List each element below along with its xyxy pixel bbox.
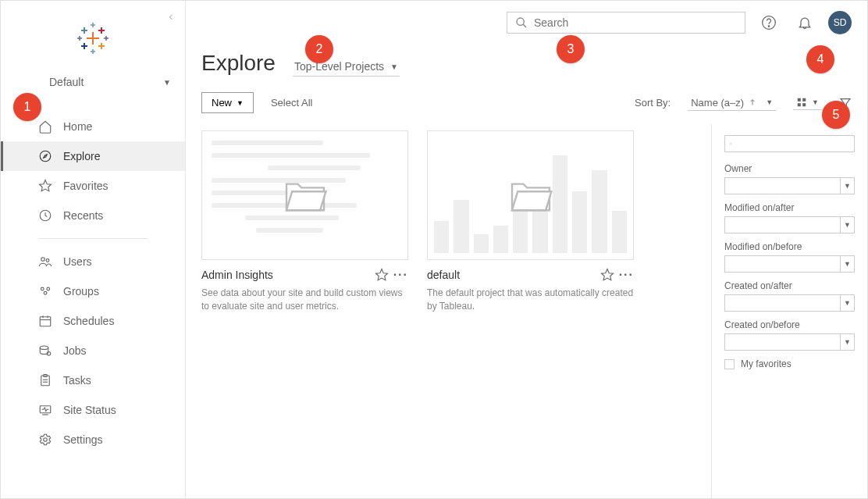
card-thumbnail bbox=[201, 130, 408, 260]
card-description: See data about your site and build custo… bbox=[201, 287, 408, 313]
groups-icon bbox=[38, 284, 52, 298]
nav-label: Tasks bbox=[63, 374, 91, 387]
favorite-button[interactable] bbox=[375, 268, 389, 282]
nav-groups[interactable]: Groups bbox=[1, 276, 185, 306]
filter-search-input[interactable] bbox=[732, 138, 849, 149]
star-icon bbox=[600, 268, 614, 282]
caret-down-icon: ▼ bbox=[766, 98, 773, 106]
nav-explore[interactable]: Explore bbox=[1, 141, 185, 171]
svg-rect-45 bbox=[798, 98, 801, 102]
sort-by-label: Sort By: bbox=[635, 97, 671, 109]
callout-badge-3: 3 bbox=[557, 35, 585, 63]
svg-point-26 bbox=[44, 291, 47, 294]
caret-down-icon: ▼ bbox=[840, 295, 854, 311]
notifications-button[interactable] bbox=[792, 10, 817, 35]
more-actions-button[interactable]: ··· bbox=[619, 268, 634, 282]
nav-label: Recents bbox=[63, 209, 103, 222]
help-button[interactable] bbox=[756, 10, 781, 35]
svg-marker-19 bbox=[44, 155, 48, 159]
nav-site-status[interactable]: Site Status bbox=[1, 395, 185, 425]
nav-list-admin: Users Groups Schedules Jobs Tasks Site S… bbox=[1, 247, 185, 454]
nav-tasks[interactable]: Tasks bbox=[1, 365, 185, 395]
folder-icon bbox=[282, 176, 329, 214]
clock-icon bbox=[38, 209, 52, 223]
callout-badge-4: 4 bbox=[806, 45, 834, 73]
filter-created-after-select[interactable]: ▼ bbox=[724, 294, 855, 312]
caret-down-icon: ▼ bbox=[840, 178, 854, 194]
grid-icon bbox=[796, 97, 807, 108]
search-icon bbox=[515, 16, 528, 29]
callout-badge-1: 1 bbox=[13, 93, 41, 121]
svg-point-23 bbox=[46, 259, 49, 262]
filter-created-after-label: Created on/after bbox=[724, 280, 855, 291]
view-toggle[interactable]: ▼ bbox=[793, 95, 822, 110]
nav-label: Explore bbox=[63, 150, 100, 162]
filter-search[interactable] bbox=[724, 135, 855, 152]
jobs-icon bbox=[38, 344, 52, 358]
collapse-sidebar-button[interactable] bbox=[166, 12, 176, 22]
nav-settings[interactable]: Settings bbox=[1, 425, 185, 454]
filter-my-favorites-label: My favorites bbox=[741, 358, 792, 369]
bell-icon bbox=[797, 15, 813, 30]
card-description: The default project that was automatical… bbox=[427, 287, 634, 313]
svg-marker-20 bbox=[40, 180, 52, 191]
filter-panel: Owner ▼ Modified on/after ▼ Modified on/… bbox=[711, 124, 867, 498]
sidebar: Default ▼ Home Explore Favorites Recents bbox=[1, 1, 186, 498]
gear-icon bbox=[38, 433, 52, 447]
svg-point-22 bbox=[41, 258, 45, 262]
search-box[interactable] bbox=[507, 12, 745, 34]
cards-area: Admin Insights ··· See data about your s… bbox=[186, 124, 711, 498]
callout-badge-2: 2 bbox=[305, 35, 333, 63]
new-button[interactable]: New ▼ bbox=[201, 92, 254, 113]
sort-asc-icon bbox=[749, 98, 756, 106]
svg-point-25 bbox=[47, 287, 50, 290]
filter-owner-select[interactable]: ▼ bbox=[724, 177, 855, 194]
new-button-label: New bbox=[212, 97, 232, 109]
nav-schedules[interactable]: Schedules bbox=[1, 306, 185, 336]
project-card[interactable]: default ··· The default project that was… bbox=[427, 130, 634, 313]
checkbox-icon bbox=[724, 359, 735, 369]
nav-jobs[interactable]: Jobs bbox=[1, 336, 185, 365]
caret-down-icon: ▼ bbox=[840, 334, 854, 350]
title-row: Explore Top-Level Projects ▼ bbox=[186, 45, 867, 86]
svg-rect-48 bbox=[802, 103, 806, 106]
sort-selector[interactable]: Name (a–z) ▼ bbox=[688, 95, 776, 111]
users-icon bbox=[38, 255, 52, 269]
svg-point-18 bbox=[40, 151, 51, 162]
logo bbox=[1, 1, 185, 68]
status-icon bbox=[38, 403, 52, 417]
nav-list: Home Explore Favorites Recents bbox=[1, 112, 185, 230]
page-title: Explore bbox=[201, 51, 276, 76]
svg-rect-46 bbox=[802, 98, 806, 102]
content-row: Admin Insights ··· See data about your s… bbox=[186, 124, 867, 498]
help-icon bbox=[761, 15, 777, 30]
nav-users[interactable]: Users bbox=[1, 247, 185, 276]
site-selector[interactable]: Default ▼ bbox=[1, 68, 185, 96]
sort-value: Name (a–z) bbox=[691, 97, 744, 109]
filter-modified-before-select[interactable]: ▼ bbox=[724, 255, 855, 273]
more-actions-button[interactable]: ··· bbox=[393, 268, 408, 282]
svg-point-52 bbox=[730, 143, 731, 144]
folder-icon bbox=[507, 176, 554, 214]
nav-label: Home bbox=[63, 120, 92, 133]
svg-point-39 bbox=[44, 438, 48, 442]
user-avatar[interactable]: SD bbox=[828, 11, 852, 34]
content-type-selector[interactable]: Top-Level Projects ▼ bbox=[293, 57, 400, 77]
project-card[interactable]: Admin Insights ··· See data about your s… bbox=[201, 130, 408, 313]
callout-badge-5: 5 bbox=[822, 101, 850, 129]
nav-label: Users bbox=[63, 255, 92, 268]
filter-my-favorites[interactable]: My favorites bbox=[724, 358, 855, 369]
filter-modified-after-select[interactable]: ▼ bbox=[724, 216, 855, 233]
star-icon bbox=[38, 179, 52, 193]
toolbar: New ▼ Select All Sort By: Name (a–z) ▼ ▼ bbox=[186, 86, 867, 124]
calendar-icon bbox=[38, 314, 52, 328]
svg-rect-47 bbox=[798, 103, 801, 106]
svg-point-31 bbox=[40, 346, 48, 350]
svg-point-43 bbox=[768, 26, 769, 27]
filter-created-before-select[interactable]: ▼ bbox=[724, 333, 855, 351]
nav-favorites[interactable]: Favorites bbox=[1, 171, 185, 201]
search-input[interactable] bbox=[534, 16, 737, 29]
favorite-button[interactable] bbox=[600, 268, 614, 282]
nav-recents[interactable]: Recents bbox=[1, 201, 185, 230]
select-all-link[interactable]: Select All bbox=[271, 97, 312, 109]
